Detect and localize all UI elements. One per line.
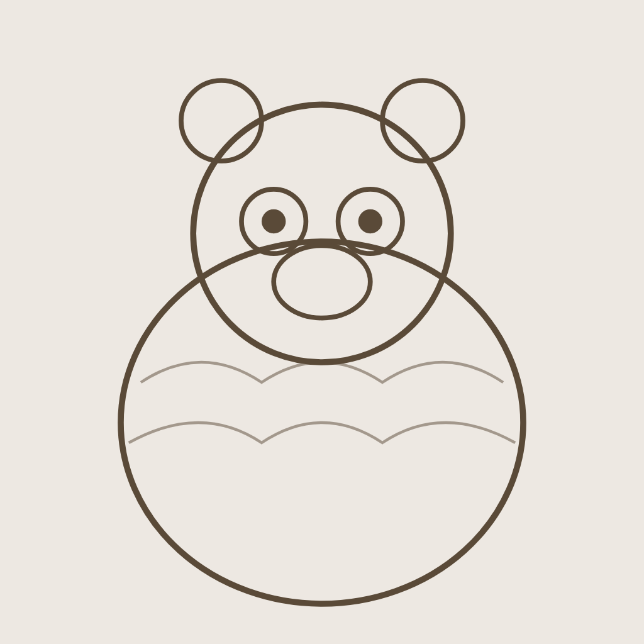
card-4-images <box>330 406 608 608</box>
svg-rect-149 <box>400 457 470 507</box>
cards-grid: --sref 6032024 Surrealistic,orange a... … <box>35 150 609 608</box>
card-4 <box>330 406 609 608</box>
card-4-img-4 <box>400 457 470 507</box>
